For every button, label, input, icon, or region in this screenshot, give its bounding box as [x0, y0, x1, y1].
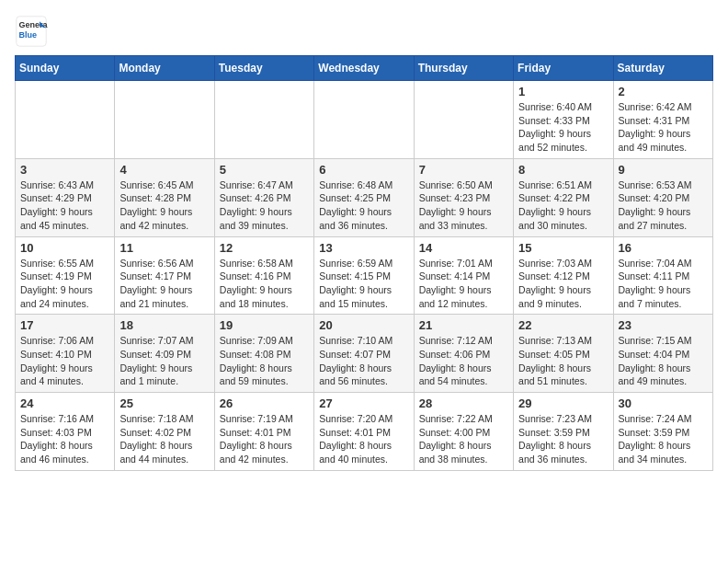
- calendar-day-20: 20Sunrise: 7:10 AM Sunset: 4:07 PM Dayli…: [314, 315, 414, 393]
- day-info: Sunrise: 6:51 AM Sunset: 4:22 PM Dayligh…: [518, 178, 608, 233]
- day-info: Sunrise: 7:13 AM Sunset: 4:05 PM Dayligh…: [518, 334, 608, 388]
- calendar-day-10: 10Sunrise: 6:55 AM Sunset: 4:19 PM Dayli…: [16, 236, 115, 315]
- calendar-day-7: 7Sunrise: 6:50 AM Sunset: 4:23 PM Daylig…: [414, 158, 513, 236]
- day-number: 28: [419, 396, 508, 410]
- calendar-week-row: 3Sunrise: 6:43 AM Sunset: 4:29 PM Daylig…: [16, 158, 713, 236]
- calendar-empty-cell: [214, 81, 313, 159]
- day-number: 4: [119, 163, 209, 177]
- day-number: 17: [20, 318, 109, 332]
- calendar-day-24: 24Sunrise: 7:16 AM Sunset: 4:03 PM Dayli…: [16, 393, 115, 471]
- day-info: Sunrise: 7:20 AM Sunset: 4:01 PM Dayligh…: [319, 412, 408, 466]
- day-number: 7: [419, 163, 508, 177]
- day-header-thursday: Thursday: [414, 56, 513, 81]
- calendar-day-4: 4Sunrise: 6:45 AM Sunset: 4:28 PM Daylig…: [115, 158, 214, 236]
- day-number: 29: [518, 396, 608, 410]
- calendar-header-row: SundayMondayTuesdayWednesdayThursdayFrid…: [16, 56, 713, 81]
- day-info: Sunrise: 6:47 AM Sunset: 4:26 PM Dayligh…: [220, 178, 309, 233]
- day-info: Sunrise: 6:42 AM Sunset: 4:31 PM Dayligh…: [619, 100, 708, 155]
- calendar-week-row: 24Sunrise: 7:16 AM Sunset: 4:03 PM Dayli…: [16, 393, 713, 471]
- day-number: 16: [619, 241, 708, 255]
- day-number: 26: [220, 396, 309, 410]
- day-number: 1: [518, 85, 608, 98]
- day-number: 23: [619, 318, 708, 332]
- calendar-day-17: 17Sunrise: 7:06 AM Sunset: 4:10 PM Dayli…: [16, 315, 115, 393]
- day-header-wednesday: Wednesday: [314, 56, 414, 81]
- day-header-friday: Friday: [514, 56, 613, 81]
- day-info: Sunrise: 7:10 AM Sunset: 4:07 PM Dayligh…: [319, 334, 408, 388]
- calendar-week-row: 1Sunrise: 6:40 AM Sunset: 4:33 PM Daylig…: [16, 81, 713, 159]
- day-info: Sunrise: 6:58 AM Sunset: 4:16 PM Dayligh…: [220, 257, 309, 311]
- svg-text:Blue: Blue: [19, 30, 38, 40]
- calendar-day-9: 9Sunrise: 6:53 AM Sunset: 4:20 PM Daylig…: [613, 158, 712, 236]
- day-number: 30: [619, 396, 708, 410]
- calendar-empty-cell: [314, 81, 414, 159]
- calendar-day-11: 11Sunrise: 6:56 AM Sunset: 4:17 PM Dayli…: [115, 236, 214, 315]
- day-number: 22: [518, 318, 608, 332]
- day-info: Sunrise: 7:03 AM Sunset: 4:12 PM Dayligh…: [518, 257, 608, 311]
- day-header-saturday: Saturday: [613, 56, 712, 81]
- day-info: Sunrise: 7:04 AM Sunset: 4:11 PM Dayligh…: [619, 257, 708, 311]
- logo-icon: General Blue: [15, 15, 48, 48]
- calendar-day-25: 25Sunrise: 7:18 AM Sunset: 4:02 PM Dayli…: [115, 393, 214, 471]
- calendar-day-27: 27Sunrise: 7:20 AM Sunset: 4:01 PM Dayli…: [314, 393, 414, 471]
- day-number: 13: [319, 241, 408, 255]
- calendar-day-30: 30Sunrise: 7:24 AM Sunset: 3:59 PM Dayli…: [613, 393, 712, 471]
- day-info: Sunrise: 7:23 AM Sunset: 3:59 PM Dayligh…: [518, 412, 608, 466]
- calendar-day-16: 16Sunrise: 7:04 AM Sunset: 4:11 PM Dayli…: [613, 236, 712, 315]
- svg-text:General: General: [19, 20, 49, 29]
- calendar-day-26: 26Sunrise: 7:19 AM Sunset: 4:01 PM Dayli…: [214, 393, 313, 471]
- day-number: 3: [20, 163, 109, 177]
- day-header-monday: Monday: [115, 56, 214, 81]
- day-info: Sunrise: 6:40 AM Sunset: 4:33 PM Dayligh…: [518, 100, 608, 155]
- day-number: 18: [119, 318, 209, 332]
- calendar-day-28: 28Sunrise: 7:22 AM Sunset: 4:00 PM Dayli…: [414, 393, 513, 471]
- day-number: 15: [518, 241, 608, 255]
- day-info: Sunrise: 7:15 AM Sunset: 4:04 PM Dayligh…: [619, 334, 708, 388]
- day-header-tuesday: Tuesday: [214, 56, 313, 81]
- calendar-day-8: 8Sunrise: 6:51 AM Sunset: 4:22 PM Daylig…: [514, 158, 613, 236]
- day-info: Sunrise: 6:56 AM Sunset: 4:17 PM Dayligh…: [119, 257, 209, 311]
- day-number: 11: [119, 241, 209, 255]
- calendar-week-row: 17Sunrise: 7:06 AM Sunset: 4:10 PM Dayli…: [16, 315, 713, 393]
- calendar-day-3: 3Sunrise: 6:43 AM Sunset: 4:29 PM Daylig…: [16, 158, 115, 236]
- day-number: 25: [119, 396, 209, 410]
- day-info: Sunrise: 6:59 AM Sunset: 4:15 PM Dayligh…: [319, 257, 408, 311]
- day-number: 9: [619, 163, 708, 177]
- day-number: 19: [220, 318, 309, 332]
- day-info: Sunrise: 7:09 AM Sunset: 4:08 PM Dayligh…: [220, 334, 309, 388]
- day-number: 6: [319, 163, 408, 177]
- day-info: Sunrise: 6:53 AM Sunset: 4:20 PM Dayligh…: [619, 178, 708, 233]
- day-info: Sunrise: 7:06 AM Sunset: 4:10 PM Dayligh…: [20, 334, 109, 388]
- day-info: Sunrise: 7:18 AM Sunset: 4:02 PM Dayligh…: [119, 412, 209, 466]
- day-info: Sunrise: 6:55 AM Sunset: 4:19 PM Dayligh…: [20, 257, 109, 311]
- calendar-table: SundayMondayTuesdayWednesdayThursdayFrid…: [15, 55, 713, 471]
- day-info: Sunrise: 7:22 AM Sunset: 4:00 PM Dayligh…: [419, 412, 508, 466]
- calendar-day-15: 15Sunrise: 7:03 AM Sunset: 4:12 PM Dayli…: [514, 236, 613, 315]
- day-number: 10: [20, 241, 109, 255]
- day-info: Sunrise: 6:50 AM Sunset: 4:23 PM Dayligh…: [419, 178, 508, 233]
- calendar-day-18: 18Sunrise: 7:07 AM Sunset: 4:09 PM Dayli…: [115, 315, 214, 393]
- day-info: Sunrise: 7:16 AM Sunset: 4:03 PM Dayligh…: [20, 412, 109, 466]
- calendar-empty-cell: [115, 81, 214, 159]
- calendar-day-2: 2Sunrise: 6:42 AM Sunset: 4:31 PM Daylig…: [613, 81, 712, 159]
- page-header: General Blue: [15, 15, 713, 48]
- calendar-day-21: 21Sunrise: 7:12 AM Sunset: 4:06 PM Dayli…: [414, 315, 513, 393]
- day-info: Sunrise: 7:07 AM Sunset: 4:09 PM Dayligh…: [119, 334, 209, 388]
- calendar-day-1: 1Sunrise: 6:40 AM Sunset: 4:33 PM Daylig…: [514, 81, 613, 159]
- calendar-day-23: 23Sunrise: 7:15 AM Sunset: 4:04 PM Dayli…: [613, 315, 712, 393]
- day-info: Sunrise: 6:45 AM Sunset: 4:28 PM Dayligh…: [119, 178, 209, 233]
- calendar-day-13: 13Sunrise: 6:59 AM Sunset: 4:15 PM Dayli…: [314, 236, 414, 315]
- calendar-day-6: 6Sunrise: 6:48 AM Sunset: 4:25 PM Daylig…: [314, 158, 414, 236]
- day-info: Sunrise: 7:19 AM Sunset: 4:01 PM Dayligh…: [220, 412, 309, 466]
- calendar-day-29: 29Sunrise: 7:23 AM Sunset: 3:59 PM Dayli…: [514, 393, 613, 471]
- calendar-week-row: 10Sunrise: 6:55 AM Sunset: 4:19 PM Dayli…: [16, 236, 713, 315]
- day-number: 24: [20, 396, 109, 410]
- day-header-sunday: Sunday: [16, 56, 115, 81]
- day-info: Sunrise: 7:01 AM Sunset: 4:14 PM Dayligh…: [419, 257, 508, 311]
- calendar-day-14: 14Sunrise: 7:01 AM Sunset: 4:14 PM Dayli…: [414, 236, 513, 315]
- day-number: 20: [319, 318, 408, 332]
- day-number: 21: [419, 318, 508, 332]
- calendar-day-12: 12Sunrise: 6:58 AM Sunset: 4:16 PM Dayli…: [214, 236, 313, 315]
- day-info: Sunrise: 6:43 AM Sunset: 4:29 PM Dayligh…: [20, 178, 109, 233]
- calendar-day-22: 22Sunrise: 7:13 AM Sunset: 4:05 PM Dayli…: [514, 315, 613, 393]
